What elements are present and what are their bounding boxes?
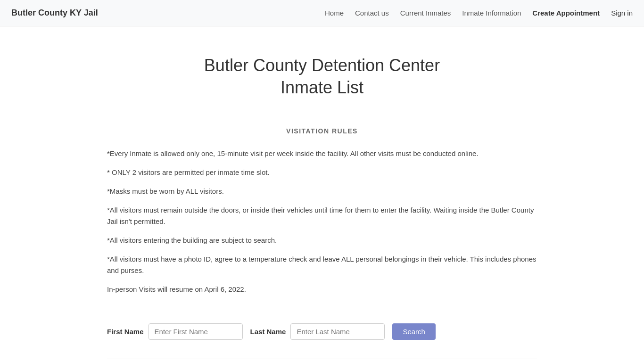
brand-link[interactable]: Butler County KY Jail bbox=[11, 8, 98, 18]
nav-inmate-information[interactable]: Inmate Information bbox=[462, 9, 521, 17]
rules-list: *Every Inmate is allowed only one, 15-mi… bbox=[107, 148, 537, 295]
page-title: Butler County Detention Center Inmate Li… bbox=[107, 55, 537, 99]
rule-item: * ONLY 2 visitors are permitted per inma… bbox=[107, 167, 537, 178]
search-section: First Name Last Name Search bbox=[107, 323, 537, 340]
first-name-input[interactable] bbox=[149, 323, 243, 340]
last-name-group: Last Name bbox=[250, 323, 385, 340]
main-content: Butler County Detention Center Inmate Li… bbox=[96, 26, 548, 362]
search-button[interactable]: Search bbox=[392, 323, 436, 340]
last-name-label: Last Name bbox=[250, 328, 286, 336]
page-title-line1: Butler County Detention Center bbox=[204, 56, 440, 75]
nav-contact[interactable]: Contact us bbox=[355, 9, 389, 17]
first-name-group: First Name bbox=[107, 323, 243, 340]
last-name-input[interactable] bbox=[290, 323, 385, 340]
page-title-line2: Inmate List bbox=[281, 78, 363, 97]
rule-item: *All visitors must have a photo ID, agre… bbox=[107, 254, 537, 276]
rule-item: *All visitors must remain outside the do… bbox=[107, 205, 537, 227]
nav-links: Home Contact us Current Inmates Inmate I… bbox=[325, 9, 633, 17]
rules-heading: VISITATION RULES bbox=[107, 127, 537, 135]
nav-current-inmates[interactable]: Current Inmates bbox=[400, 9, 451, 17]
visitation-rules-section: VISITATION RULES *Every Inmate is allowe… bbox=[107, 127, 537, 295]
nav-home[interactable]: Home bbox=[325, 9, 344, 17]
navbar: Butler County KY Jail Home Contact us Cu… bbox=[0, 0, 644, 26]
nav-sign-in[interactable]: Sign in bbox=[611, 9, 633, 17]
divider bbox=[107, 359, 537, 359]
rule-item: *Every Inmate is allowed only one, 15-mi… bbox=[107, 148, 537, 159]
rule-item: In-person Visits will resume on April 6,… bbox=[107, 284, 537, 295]
rule-item: *Masks must be worn by ALL visitors. bbox=[107, 186, 537, 197]
rule-item: *All visitors entering the building are … bbox=[107, 235, 537, 246]
nav-create-appointment[interactable]: Create Appointment bbox=[532, 9, 600, 17]
first-name-label: First Name bbox=[107, 328, 144, 336]
